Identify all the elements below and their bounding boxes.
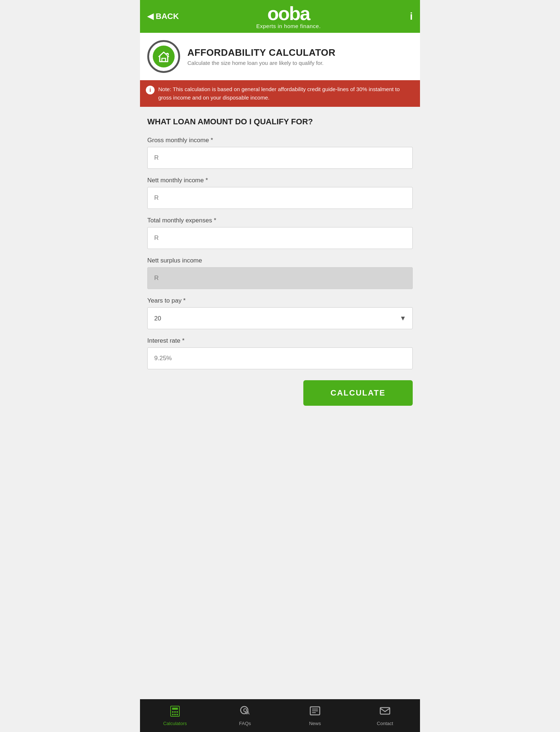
page-subtitle: Calculate the size home loan you are lik… <box>187 60 335 66</box>
svg-rect-17 <box>380 708 390 714</box>
svg-rect-7 <box>172 714 174 715</box>
back-label: BACK <box>156 12 179 21</box>
page-header: ± AFFORDABILITY CALCULATOR Calculate the… <box>140 33 420 80</box>
logo: ooba Experts in home finance. <box>179 4 398 29</box>
calculators-icon <box>169 705 181 719</box>
svg-rect-8 <box>174 714 176 715</box>
input-gross_income[interactable] <box>147 147 413 169</box>
svg-text:±: ± <box>167 53 168 56</box>
back-arrow-icon: ◀ <box>147 12 153 21</box>
svg-rect-9 <box>176 714 178 715</box>
nav-label-calculators: Calculators <box>163 721 187 726</box>
form-group-years_to_pay: Years to pay *51015202530▼ <box>147 297 413 329</box>
nav-item-faqs[interactable]: Q A FAQs <box>210 699 280 732</box>
calculate-button-wrap: CALCULATE <box>147 380 413 406</box>
svg-rect-3 <box>172 708 178 710</box>
calculator-icon-wrap: ± <box>147 40 180 73</box>
note-banner: i Note: This calculation is based on gen… <box>140 80 420 107</box>
nav-label-news: News <box>309 721 321 726</box>
page-title: AFFORDABILITY CALCULATOR <box>187 47 335 58</box>
svg-text:A: A <box>246 710 250 716</box>
info-icon: i <box>410 11 413 22</box>
info-button[interactable]: i <box>398 11 413 22</box>
back-button[interactable]: ◀ BACK <box>147 12 179 21</box>
svg-rect-6 <box>176 711 178 713</box>
form-group-nett_surplus: Nett surplus income <box>147 257 413 289</box>
nav-item-news[interactable]: News <box>280 699 350 732</box>
nav-item-contact[interactable]: Contact <box>350 699 420 732</box>
header: ◀ BACK ooba Experts in home finance. i <box>140 0 420 33</box>
label-interest_rate: Interest rate * <box>147 337 413 344</box>
form-group-gross_income: Gross monthly income * <box>147 137 413 169</box>
label-years_to_pay: Years to pay * <box>147 297 413 304</box>
section-title: WHAT LOAN AMOUNT DO I QUALIFY FOR? <box>147 117 413 126</box>
label-nett_income: Nett monthly income * <box>147 177 413 184</box>
select-wrapper-years_to_pay: 51015202530▼ <box>147 307 413 329</box>
calculate-button[interactable]: CALCULATE <box>303 380 413 406</box>
input-total_expenses[interactable] <box>147 227 413 249</box>
input-nett_surplus <box>147 267 413 289</box>
label-nett_surplus: Nett surplus income <box>147 257 413 264</box>
logo-text: ooba <box>179 4 398 23</box>
input-nett_income[interactable] <box>147 187 413 209</box>
svg-rect-5 <box>174 711 176 713</box>
select-years_to_pay[interactable]: 51015202530 <box>147 307 413 329</box>
bottom-nav: Calculators Q A FAQs News <box>140 699 420 732</box>
faqs-icon: Q A <box>239 705 251 719</box>
nav-label-faqs: FAQs <box>239 721 251 726</box>
contact-icon <box>379 705 391 719</box>
main-content: WHAT LOAN AMOUNT DO I QUALIFY FOR? Gross… <box>140 107 420 699</box>
note-icon: i <box>146 86 155 94</box>
calculator-icon: ± <box>153 46 175 67</box>
nav-label-contact: Contact <box>377 721 393 726</box>
logo-subtitle: Experts in home finance. <box>179 23 398 29</box>
form-group-interest_rate: Interest rate * <box>147 337 413 369</box>
note-text: Note: This calculation is based on gener… <box>158 85 414 102</box>
form-group-total_expenses: Total monthly expenses * <box>147 217 413 249</box>
form-container: Gross monthly income *Nett monthly incom… <box>147 137 413 369</box>
label-total_expenses: Total monthly expenses * <box>147 217 413 224</box>
svg-rect-4 <box>172 711 174 713</box>
page-title-block: AFFORDABILITY CALCULATOR Calculate the s… <box>187 47 335 66</box>
form-group-nett_income: Nett monthly income * <box>147 177 413 209</box>
news-icon <box>309 705 321 719</box>
input-interest_rate[interactable] <box>147 347 413 369</box>
label-gross_income: Gross monthly income * <box>147 137 413 144</box>
nav-item-calculators[interactable]: Calculators <box>140 699 210 732</box>
